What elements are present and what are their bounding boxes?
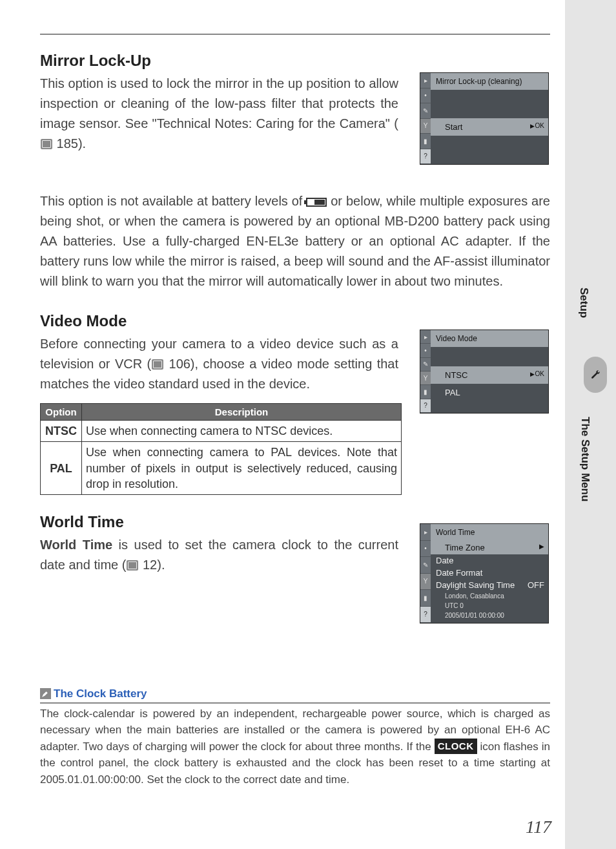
lcd-title: Mirror Lock-up (cleaning) <box>431 73 548 90</box>
heading-video-mode: Video Mode <box>40 312 550 330</box>
lcd-side-icons: ▸•✎Y▮? <box>420 524 431 623</box>
lcd-side-icons: ▸•✎Y▮? <box>420 73 431 164</box>
note-title: The Clock Battery <box>54 687 147 700</box>
page-number: 117 <box>526 817 551 837</box>
table-row: PAL Use when connecting camera to PAL de… <box>41 442 402 495</box>
side-tab: Setup The Setup Menu <box>564 0 616 849</box>
side-label-setup-menu: The Setup Menu <box>579 417 591 501</box>
world-time-paragraph: World Time is used to set the camera clo… <box>40 535 398 575</box>
lcd-world-time: ▸•✎Y▮? World Time Time Zone ▶ Date Date … <box>420 523 549 624</box>
heading-mirror-lockup: Mirror Lock-Up <box>40 52 550 70</box>
lcd-item-date[interactable]: Date <box>431 554 548 567</box>
lcd-mirror-lockup: ▸•✎Y▮? Mirror Lock-up (cleaning) Start O… <box>420 72 549 165</box>
page-ref-icon <box>41 139 52 149</box>
dst-value: OFF <box>528 580 544 590</box>
lcd-item-ntsc[interactable]: NTSC OK <box>431 366 548 384</box>
col-option: Option <box>41 404 82 421</box>
note-rule <box>40 702 550 704</box>
pencil-icon <box>40 688 51 699</box>
lcd-title: Video Mode <box>431 330 548 347</box>
side-label-setup: Setup <box>577 288 590 318</box>
ok-indicator: OK <box>530 122 544 129</box>
lcd-item-dst[interactable]: Daylight Saving Time OFF <box>431 579 548 591</box>
page-ref-icon <box>127 560 138 571</box>
battery-icon <box>306 198 327 207</box>
mirror-paragraph-2: This option is not available at battery … <box>40 191 550 291</box>
lcd-video-mode: ▸•✎Y▮? Video Mode NTSC OK PAL <box>420 330 549 414</box>
note-body: The clock-calendar is powered by an inde… <box>40 706 550 788</box>
chevron-right-icon: ▶ <box>539 543 544 550</box>
page-ref-icon <box>152 359 163 370</box>
lcd-side-icons: ▸•✎Y▮? <box>420 330 431 413</box>
lcd-utc: UTC 0 <box>431 601 548 611</box>
wrench-icon <box>584 357 607 393</box>
lcd-item-start[interactable]: Start OK <box>431 118 548 136</box>
table-row: NTSC Use when connecting camera to NTSC … <box>41 421 402 442</box>
lcd-item-pal[interactable]: PAL <box>431 384 548 401</box>
clock-battery-note: The Clock Battery The clock-calendar is … <box>40 687 550 788</box>
lcd-item-timezone[interactable]: Time Zone ▶ <box>431 541 548 554</box>
lcd-item-date-format[interactable]: Date Format <box>431 567 548 579</box>
lcd-timezone-city: London, Casablanca <box>431 591 548 601</box>
clock-badge: CLOCK <box>435 739 477 755</box>
ok-indicator: OK <box>530 370 544 377</box>
mirror-paragraph-1: This option is used to lock the mirror i… <box>40 74 398 154</box>
col-description: Description <box>82 404 402 421</box>
video-paragraph: Before connecting your camera to a video… <box>40 334 398 394</box>
lcd-title: World Time <box>431 524 548 541</box>
video-mode-table: Option Description NTSC Use when connect… <box>40 403 402 495</box>
lcd-timestamp: 2005/01/01 00:00:00 <box>431 611 548 623</box>
